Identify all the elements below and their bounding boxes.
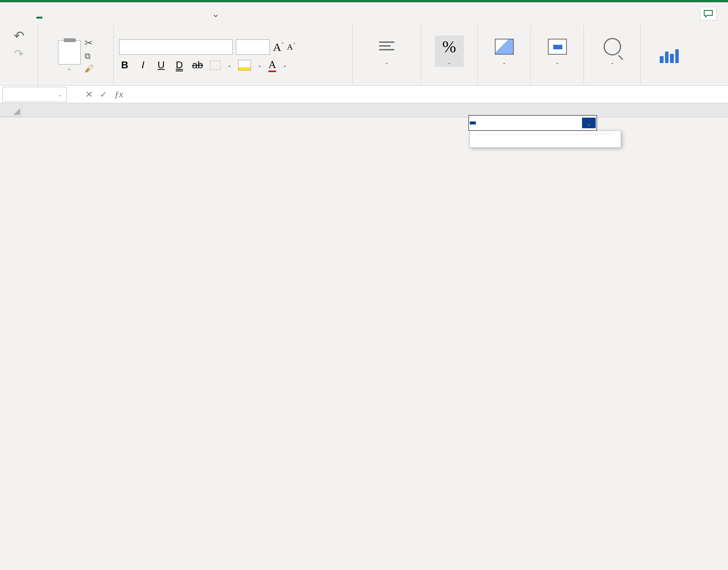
- chevron-down-icon: ⌄: [582, 118, 596, 128]
- comments-button[interactable]: [700, 7, 717, 20]
- analyze-data-button[interactable]: [655, 44, 684, 68]
- tab-insert[interactable]: [61, 10, 67, 17]
- formula-input[interactable]: [127, 87, 728, 102]
- undo-button[interactable]: ↶: [14, 28, 24, 43]
- tab-review[interactable]: [187, 10, 193, 17]
- name-box[interactable]: ⌄: [2, 87, 67, 102]
- spreadsheet-grid[interactable]: [0, 103, 728, 117]
- tab-data[interactable]: [162, 10, 168, 17]
- find-icon: [604, 38, 621, 55]
- format-painter-button[interactable]: 🖌: [85, 63, 94, 74]
- paste-button[interactable]: ⌄: [58, 40, 81, 71]
- double-underline-button[interactable]: D: [174, 59, 185, 71]
- number-format-button[interactable]: % ⌄: [435, 36, 464, 67]
- strikethrough-button[interactable]: ab: [192, 59, 203, 71]
- ribbon-tabs: ⌄: [0, 2, 728, 25]
- select-all-corner[interactable]: [0, 103, 22, 117]
- group-alignment: ⌄: [353, 25, 421, 85]
- increase-font-icon[interactable]: A˄: [273, 41, 284, 54]
- tab-home[interactable]: [36, 9, 42, 19]
- border-button[interactable]: [210, 61, 221, 70]
- fill-color-button[interactable]: [238, 60, 251, 71]
- percent-icon: %: [439, 37, 460, 56]
- clipboard-icon: [58, 40, 81, 65]
- cells-icon: [548, 39, 567, 55]
- editing-button[interactable]: ⌄: [598, 36, 627, 67]
- alignment-icon: [376, 37, 397, 56]
- group-editing: ⌄: [584, 25, 641, 85]
- cancel-formula-button[interactable]: ✕: [82, 87, 96, 102]
- styles-icon: [495, 39, 514, 55]
- copy-button[interactable]: ⧉: [85, 51, 94, 61]
- more-number-formats[interactable]: [470, 137, 621, 147]
- accept-formula-button[interactable]: ✓: [96, 87, 111, 102]
- chevron-down-icon: ⌄: [58, 91, 63, 98]
- group-clipboard: ⌄ ✂ ⧉ 🖌: [38, 25, 114, 85]
- chart-icon: [660, 47, 679, 63]
- column-headers: [0, 103, 728, 117]
- tab-page-layout[interactable]: [111, 10, 118, 17]
- styles-button[interactable]: ⌄: [490, 36, 519, 67]
- comment-icon: [703, 9, 713, 18]
- bold-button[interactable]: B: [119, 59, 130, 71]
- tab-formulas[interactable]: [136, 10, 143, 17]
- underline-button[interactable]: U: [155, 59, 167, 71]
- tab-file[interactable]: [11, 10, 17, 17]
- number-format-dropdown: ⌄: [469, 131, 621, 148]
- alignment-button[interactable]: ⌄: [372, 36, 401, 67]
- group-styles: ⌄: [478, 25, 531, 85]
- cells-button[interactable]: ⌄: [543, 36, 572, 67]
- group-undo: ↶ ↷: [0, 25, 38, 85]
- cut-button[interactable]: ✂: [85, 37, 94, 49]
- tab-draw[interactable]: [86, 10, 93, 17]
- group-number: % ⌄: [421, 25, 478, 85]
- fx-icon[interactable]: ƒx: [115, 89, 123, 99]
- italic-button[interactable]: I: [137, 59, 149, 71]
- decrease-font-icon[interactable]: A˅: [287, 42, 295, 52]
- redo-button[interactable]: ↷: [14, 47, 24, 60]
- formula-bar: ⌄ ✕ ✓ ƒx: [0, 86, 728, 103]
- group-font: A˄ A˅ B I U D ab ⌄ ⌄ A⌄: [114, 25, 353, 85]
- group-cells: ⌄: [531, 25, 584, 85]
- font-color-button[interactable]: A: [268, 58, 276, 72]
- font-name-select[interactable]: [119, 39, 233, 55]
- font-size-select[interactable]: [236, 39, 270, 55]
- number-format-combo[interactable]: ⌄: [468, 115, 597, 131]
- tab-overflow-icon[interactable]: ⌄: [212, 8, 220, 20]
- ribbon: ↶ ↷ ⌄ ✂ ⧉ 🖌 A˄ A˅: [0, 25, 728, 86]
- group-analyze: [641, 25, 698, 85]
